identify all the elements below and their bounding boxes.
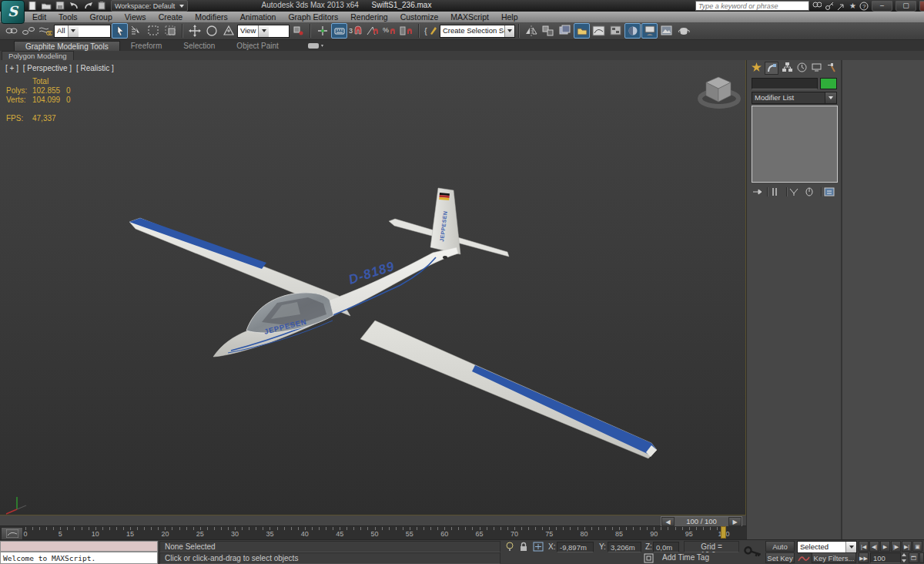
hierarchy-tab-icon[interactable]: [781, 62, 793, 73]
select-by-name-icon[interactable]: [129, 23, 145, 39]
application-menu-button[interactable]: S: [1, 0, 25, 24]
z-coord-field[interactable]: 0,0m: [653, 542, 679, 552]
unlink-selection-icon[interactable]: [20, 23, 36, 39]
frame-spinner[interactable]: [901, 552, 907, 563]
help-icon[interactable]: ?: [859, 2, 869, 11]
ribbon-tab-object-paint[interactable]: Object Paint: [226, 41, 289, 51]
timeline-ruler[interactable]: 0510152025303540455055606570758085909510…: [23, 526, 745, 539]
selection-filter-dropdown[interactable]: All: [54, 25, 111, 38]
select-and-rotate-icon[interactable]: [203, 23, 219, 39]
previous-frame-arrow-icon[interactable]: ◀: [661, 517, 675, 526]
isolate-selection-icon[interactable]: [505, 542, 514, 552]
maxscript-listener-field[interactable]: Welcome to MAXScript.: [0, 552, 158, 564]
ribbon-minimize-icon[interactable]: [308, 42, 325, 49]
named-selection-sets-dropdown[interactable]: Create Selection Se: [440, 25, 515, 38]
pan-view-icon[interactable]: [919, 552, 924, 563]
subscription-key-icon[interactable]: [825, 2, 834, 11]
select-object-button[interactable]: [112, 23, 128, 39]
spinner-snap-toggle-icon[interactable]: [399, 23, 415, 39]
x-coord-field[interactable]: -9,897m: [557, 542, 594, 552]
select-and-manipulate-icon[interactable]: [314, 23, 330, 39]
chevron-down-icon[interactable]: [845, 542, 856, 552]
current-frame-marker[interactable]: [721, 526, 726, 539]
close-button[interactable]: ✕: [919, 1, 924, 12]
menu-item-create[interactable]: Create: [152, 12, 189, 22]
key-filter-set-dropdown[interactable]: Selected: [797, 541, 857, 553]
add-time-tag[interactable]: Add Time Tag: [658, 552, 739, 564]
chevron-down-icon[interactable]: [68, 25, 79, 37]
current-frame-field[interactable]: 100: [870, 552, 901, 563]
display-tab-icon[interactable]: [810, 62, 822, 73]
viewcube[interactable]: [700, 77, 738, 106]
time-tag-icon[interactable]: [644, 553, 654, 563]
object-color-swatch[interactable]: [820, 78, 837, 89]
set-key-button[interactable]: Set Key: [765, 552, 795, 563]
time-configuration-icon[interactable]: 🗔: [909, 552, 919, 563]
menu-item-customize[interactable]: Customize: [394, 12, 445, 22]
mirror-icon[interactable]: [523, 23, 539, 39]
schematic-view-icon[interactable]: [608, 23, 624, 39]
ribbon-tab-freeform[interactable]: Freeform: [120, 41, 173, 51]
auto-key-button[interactable]: Auto Key: [765, 541, 795, 552]
favorites-star-icon[interactable]: ★: [849, 2, 856, 11]
chevron-down-icon[interactable]: [258, 25, 269, 37]
set-keys-key-icon[interactable]: [744, 543, 764, 560]
menu-item-group[interactable]: Group: [84, 12, 119, 22]
perspective-viewport[interactable]: JEPPESEN D-8189 JEP: [0, 60, 746, 515]
chevron-down-icon[interactable]: [504, 25, 514, 37]
bind-to-space-warp-icon[interactable]: [37, 23, 53, 39]
viewport-menu-shading[interactable]: [ Realistic ]: [76, 64, 114, 72]
modify-tab-icon[interactable]: [765, 62, 778, 75]
menu-item-maxscript[interactable]: MAXScript: [444, 12, 495, 22]
menu-item-graph-editors[interactable]: Graph Editors: [282, 12, 344, 22]
minimize-button[interactable]: –: [872, 1, 892, 12]
go-to-start-button[interactable]: |◀: [859, 541, 869, 552]
ribbon-tab-selection[interactable]: Selection: [172, 41, 226, 51]
curve-editor-icon[interactable]: [591, 23, 607, 39]
select-and-link-icon[interactable]: [3, 23, 19, 39]
rendered-frame-window-icon[interactable]: [658, 23, 675, 39]
time-slider-handle[interactable]: ◀ 100 / 100 ▶: [661, 516, 742, 527]
motion-tab-icon[interactable]: [795, 62, 808, 73]
menu-item-help[interactable]: Help: [495, 12, 524, 22]
edit-named-selection-sets-icon[interactable]: {: [423, 23, 439, 39]
maxscript-macro-recorder-field[interactable]: [0, 541, 158, 552]
render-production-teapot-icon[interactable]: [675, 23, 691, 39]
show-end-result-icon[interactable]: [771, 187, 785, 196]
viewport-canvas[interactable]: JEPPESEN D-8189 JEP: [0, 60, 746, 515]
configure-modifier-sets-icon[interactable]: [824, 187, 838, 196]
next-frame-arrow-icon[interactable]: ▶: [728, 517, 742, 526]
y-coord-field[interactable]: 3,206m: [608, 542, 641, 552]
search-input[interactable]: [695, 1, 809, 11]
next-frame-button[interactable]: |▶: [891, 541, 901, 552]
modifier-stack[interactable]: [752, 106, 838, 183]
menu-item-modifiers[interactable]: Modifiers: [189, 12, 234, 22]
viewport-menu-pov[interactable]: [ Perspective ]: [23, 64, 72, 72]
absolute-offset-mode-icon[interactable]: [533, 542, 544, 552]
zoom-extents-all-icon[interactable]: ▣: [912, 541, 922, 552]
play-animation-button[interactable]: ▶: [880, 541, 890, 552]
snaps-toggle-3d-icon[interactable]: 3: [348, 23, 364, 39]
chevron-down-icon[interactable]: [825, 92, 836, 103]
glider-model[interactable]: JEPPESEN D-8189 JEP: [129, 188, 657, 458]
previous-frame-button[interactable]: ◀|: [869, 541, 879, 552]
menu-item-rendering[interactable]: Rendering: [344, 12, 393, 22]
ribbon-tab-graphite[interactable]: Graphite Modeling Tools: [14, 41, 120, 51]
key-filters-button[interactable]: Key Filters...: [812, 552, 856, 563]
search-icon[interactable]: [812, 2, 822, 11]
object-name-field[interactable]: [752, 78, 818, 89]
reference-coordinate-system-dropdown[interactable]: View: [237, 25, 290, 38]
key-mode-toggle-icon[interactable]: ▶▶: [859, 552, 869, 563]
default-in-out-tangents-icon[interactable]: [798, 553, 810, 563]
graphite-modeling-ribbon-toggle[interactable]: [574, 23, 590, 39]
make-unique-icon[interactable]: [789, 187, 803, 196]
align-icon[interactable]: [540, 23, 556, 39]
menu-item-animation[interactable]: Animation: [234, 12, 283, 22]
go-to-end-button[interactable]: ▶|: [902, 541, 912, 552]
menu-item-views[interactable]: Views: [119, 12, 152, 22]
selection-lock-icon[interactable]: [519, 542, 528, 552]
modifier-list-dropdown[interactable]: Modifier List: [752, 92, 837, 104]
select-and-move-icon[interactable]: [186, 23, 203, 39]
pin-stack-icon[interactable]: [752, 187, 765, 196]
select-and-scale-icon[interactable]: [220, 23, 236, 39]
